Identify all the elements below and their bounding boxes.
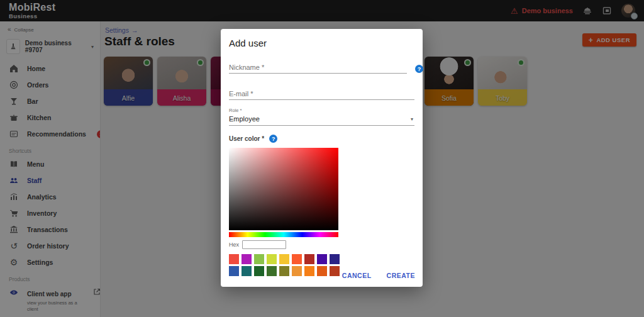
add-user-dialog: Add user Nickname * ? E-mail * Role * Em… (221, 29, 423, 287)
color-swatch[interactable] (317, 266, 327, 276)
color-swatch[interactable] (254, 254, 264, 264)
color-swatch[interactable] (279, 266, 289, 276)
role-selected-value: Employee (229, 115, 414, 123)
color-swatch[interactable] (317, 254, 327, 264)
hex-label: Hex (229, 242, 239, 248)
color-swatch[interactable] (229, 266, 239, 276)
role-select[interactable]: Role * Employee ▾ (229, 108, 414, 126)
input-underline (229, 73, 407, 74)
email-field[interactable]: E-mail * (229, 90, 414, 100)
user-color-row: User color * ? (229, 135, 414, 143)
color-swatch[interactable] (242, 254, 252, 264)
color-swatch[interactable] (267, 254, 277, 264)
color-swatch[interactable] (279, 254, 289, 264)
color-swatch[interactable] (330, 254, 340, 264)
color-swatch[interactable] (254, 266, 264, 276)
dialog-actions: CANCEL CREATE (342, 272, 415, 279)
help-icon[interactable]: ? (415, 65, 423, 73)
dialog-title: Add user (229, 38, 414, 48)
nickname-field[interactable]: Nickname * ? (229, 64, 407, 74)
role-label: Role * (229, 108, 414, 113)
saturation-value-picker[interactable] (229, 148, 338, 230)
nickname-label: Nickname * (229, 64, 407, 71)
email-label: E-mail * (229, 90, 414, 97)
input-underline (229, 125, 414, 126)
input-underline (229, 99, 414, 100)
hex-input[interactable] (242, 240, 286, 249)
app-window: MobiRest Business ⚠ Demo business « (0, 0, 644, 317)
dropdown-caret-icon: ▾ (411, 116, 413, 122)
color-swatch[interactable] (267, 266, 277, 276)
color-swatch[interactable] (330, 266, 340, 276)
help-icon[interactable]: ? (269, 135, 277, 143)
hex-row: Hex (229, 240, 414, 249)
user-color-label: User color * (229, 135, 264, 142)
color-swatch[interactable] (304, 266, 314, 276)
color-swatch[interactable] (304, 254, 314, 264)
color-swatch[interactable] (292, 266, 302, 276)
color-swatch[interactable] (242, 266, 252, 276)
create-button[interactable]: CREATE (387, 272, 415, 279)
color-swatch[interactable] (292, 254, 302, 264)
color-swatch[interactable] (229, 254, 239, 264)
hue-slider[interactable] (229, 232, 338, 237)
cancel-button[interactable]: CANCEL (342, 272, 372, 279)
